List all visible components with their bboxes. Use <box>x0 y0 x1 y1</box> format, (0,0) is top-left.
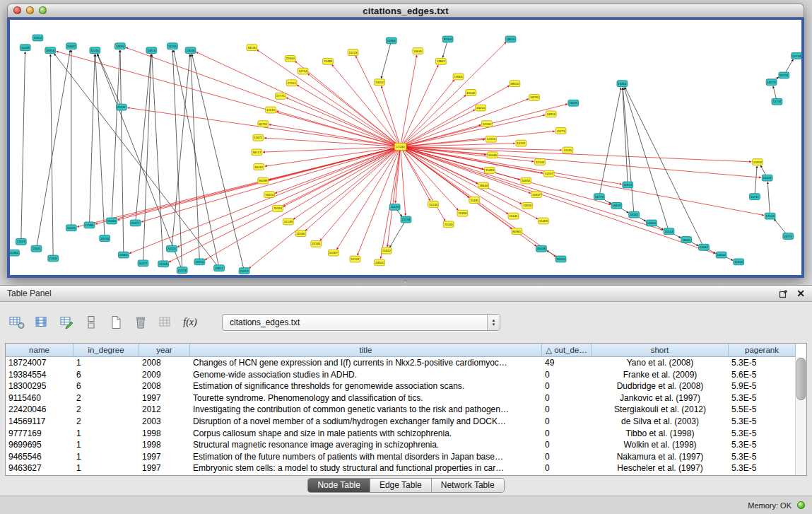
graph-node[interactable]: 10167 <box>328 250 339 256</box>
graph-node[interactable]: 19365 <box>118 252 129 258</box>
graph-node[interactable]: 12452 <box>734 259 744 265</box>
graph-node[interactable]: 20642 <box>66 43 76 49</box>
graph-node[interactable]: 14636 <box>115 43 126 49</box>
graph-node[interactable]: 10384 <box>10 250 19 256</box>
graph-node[interactable]: 19454 <box>617 81 628 87</box>
graph-node[interactable]: 15493 <box>538 218 548 224</box>
graph-node[interactable]: 92450 <box>555 256 566 262</box>
graph-node[interactable]: 16772 <box>783 233 794 240</box>
graph-node[interactable]: 17240 <box>394 144 406 151</box>
close-panel-icon[interactable]: ✕ <box>796 288 805 298</box>
graph-node[interactable]: 15775 <box>555 128 566 134</box>
show-column-icon[interactable] <box>33 314 50 331</box>
graph-node[interactable]: 92734 <box>779 72 789 78</box>
graph-node[interactable]: 20417 <box>138 260 148 267</box>
table-row[interactable]: 977716911998Corpus callosum shape and si… <box>6 428 796 440</box>
splitter-handle[interactable] <box>404 280 407 284</box>
table-selector-combobox[interactable]: citations_edges.txt ▲▼ <box>222 314 500 331</box>
graph-node[interactable]: 19419 <box>611 202 622 209</box>
graph-node[interactable]: 18294 <box>100 235 110 242</box>
graph-node[interactable]: 27515 <box>286 80 297 86</box>
graph-node[interactable]: 12216 <box>486 136 496 142</box>
table-row[interactable]: 1456911722003Disruption of a novel membe… <box>6 416 796 428</box>
zoom-window-icon[interactable] <box>39 6 47 14</box>
graph-node[interactable]: 16046 <box>487 152 498 158</box>
graph-node[interactable]: 68610 <box>510 81 520 87</box>
graph-node[interactable]: 76254 <box>264 192 275 198</box>
graph-node[interactable]: 24115 <box>167 245 177 252</box>
graph-node[interactable]: 10599 <box>20 45 30 51</box>
table-row[interactable]: 1872400712008Changes of HCN gene express… <box>6 357 796 369</box>
graph-node[interactable]: 12734 <box>772 98 782 105</box>
graph-node[interactable]: 26914 <box>45 47 56 54</box>
graph-node[interactable]: 14042 <box>698 244 709 250</box>
graph-node[interactable]: 16125 <box>66 225 76 231</box>
graph-node[interactable]: 42752 <box>258 121 269 127</box>
graph-node[interactable]: 18616 <box>505 36 516 42</box>
graph-node[interactable]: 16919 <box>623 182 633 188</box>
column-header-pagerank[interactable]: pagerank <box>729 344 796 357</box>
graph-node[interactable]: 10711 <box>749 194 760 200</box>
table-row[interactable]: 911546021997Tourette syndrome. Phenomeno… <box>6 392 796 404</box>
graph-node[interactable]: 16640 <box>413 48 423 54</box>
graph-node[interactable]: 18274 <box>766 79 777 86</box>
column-header-out-de-[interactable]: △ out_de… <box>542 344 592 357</box>
graph-node[interactable]: 13164 <box>311 240 322 247</box>
table-row[interactable]: 2242004622012Investigating the contribut… <box>6 404 796 416</box>
graph-node[interactable]: 19861 <box>435 58 446 64</box>
graph-node[interactable]: 13046 <box>185 47 196 54</box>
graph-node[interactable]: 12754 <box>298 68 308 74</box>
scrollbar-thumb[interactable] <box>796 358 806 400</box>
graph-node[interactable]: 16779 <box>594 194 604 200</box>
row-height-icon[interactable] <box>83 314 100 331</box>
graph-node[interactable]: 15542 <box>466 90 476 96</box>
graph-node[interactable]: 22458 <box>457 210 468 216</box>
graph-node[interactable]: 17103 <box>765 213 775 219</box>
graph-node[interactable]: 15149 <box>283 218 293 225</box>
graph-node[interactable]: 17771 <box>275 93 286 99</box>
edit-table-icon[interactable] <box>58 314 75 331</box>
graph-node[interactable]: 15545 <box>508 213 519 219</box>
graph-node[interactable]: 16095 <box>568 100 579 106</box>
tab-node-table[interactable]: Node Table <box>308 479 370 492</box>
graph-node[interactable]: 15957 <box>531 192 542 198</box>
float-panel-icon[interactable] <box>778 288 788 298</box>
table-row[interactable]: 969969511998Structural magnetic resonanc… <box>6 439 796 451</box>
graph-node[interactable]: 13209 <box>16 238 26 245</box>
minimize-window-icon[interactable] <box>26 6 34 14</box>
graph-node[interactable]: 18130 <box>247 45 257 51</box>
column-header-name[interactable]: name <box>6 344 73 357</box>
tab-edge-table[interactable]: Edge Table <box>370 479 431 492</box>
graph-node[interactable]: 10816 <box>146 47 157 54</box>
graph-node[interactable]: 15518 <box>792 53 801 59</box>
graph-node[interactable]: 72040 <box>443 221 454 228</box>
graph-node[interactable]: 15672 <box>253 134 264 141</box>
graph-node[interactable]: 24501 <box>375 259 385 266</box>
graph-node[interactable]: 76194 <box>273 205 283 211</box>
graph-node[interactable]: 18795 <box>529 94 540 100</box>
graph-node[interactable]: 11316 <box>90 47 100 54</box>
graph-node[interactable]: 22600 <box>285 56 295 62</box>
function-builder-icon[interactable]: f(x) <box>182 314 199 331</box>
graph-node[interactable]: 14656 <box>522 202 533 209</box>
table-row[interactable]: 946554611997Estimation of the future num… <box>6 451 796 463</box>
graph-node[interactable]: 22619 <box>177 267 187 274</box>
graph-node[interactable]: 22040 <box>295 230 306 237</box>
graph-node[interactable]: 16101 <box>516 140 526 146</box>
graph-node[interactable]: 36717 <box>252 149 262 156</box>
graph-node[interactable]: 15134 <box>428 201 439 208</box>
graph-node[interactable]: 16104 <box>664 228 674 235</box>
graph-node[interactable]: 22488 <box>323 58 334 64</box>
graph-node[interactable]: 25377 <box>130 220 141 226</box>
graph-node[interactable]: 23710 <box>194 259 205 265</box>
graph-node[interactable]: 15139 <box>401 216 411 223</box>
graph-node[interactable]: 18141 <box>629 211 640 218</box>
graph-node[interactable]: 15495 <box>469 197 480 204</box>
graph-node[interactable]: 24853 <box>546 111 556 117</box>
graph-node[interactable]: 15612 <box>381 247 392 254</box>
column-header-in-degree[interactable]: in_degree <box>73 344 139 357</box>
graph-node[interactable]: 24811 <box>214 265 225 271</box>
graph-node[interactable]: 10747 <box>543 170 554 177</box>
table-row[interactable]: 1938455462009Genome-wide association stu… <box>6 369 796 381</box>
graph-node[interactable]: 12160 <box>482 121 493 127</box>
